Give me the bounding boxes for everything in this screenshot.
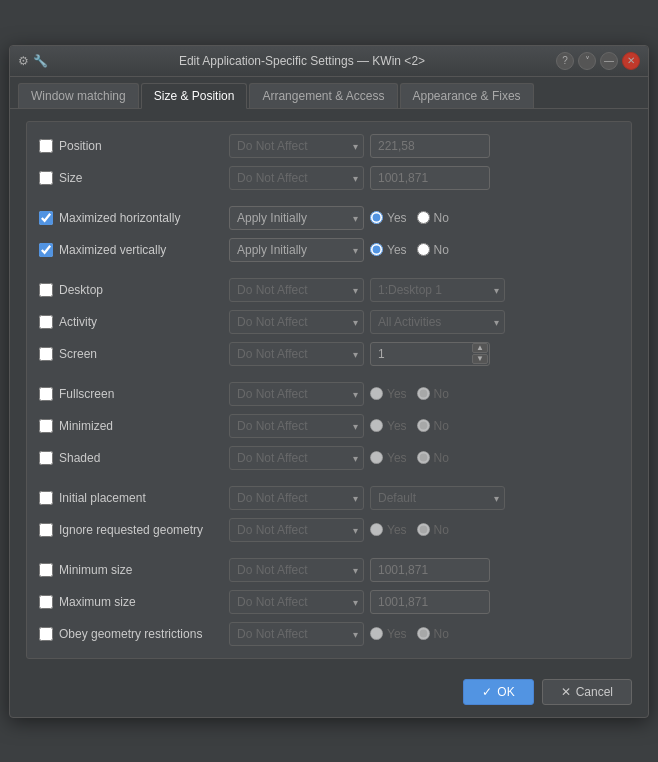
shaded-yes-radio: [370, 451, 383, 464]
maximum-size-label[interactable]: Maximum size: [39, 595, 229, 609]
maximized-h-checkbox[interactable]: [39, 211, 53, 225]
activity-select-wrapper: Do Not Affect ▾: [229, 310, 364, 334]
desktop-label[interactable]: Desktop: [39, 283, 229, 297]
screen-checkbox[interactable]: [39, 347, 53, 361]
fullscreen-no-label: No: [417, 387, 449, 401]
ignore-geometry-radio-group: Yes No: [370, 523, 449, 537]
maximized-h-label[interactable]: Maximized horizontally: [39, 211, 229, 225]
minimum-size-select[interactable]: Do Not Affect: [229, 558, 364, 582]
position-checkbox[interactable]: [39, 139, 53, 153]
help-button[interactable]: ?: [556, 52, 574, 70]
row-minimized: Minimized Do Not Affect ▾ Yes No: [39, 410, 619, 442]
chevron-down-button[interactable]: ˅: [578, 52, 596, 70]
initial-placement-select[interactable]: Do Not Affect: [229, 486, 364, 510]
ignore-geometry-select[interactable]: Do Not Affect: [229, 518, 364, 542]
maximized-v-radio-group: Yes No: [370, 243, 449, 257]
maximized-v-no-label[interactable]: No: [417, 243, 449, 257]
maximum-size-checkbox[interactable]: [39, 595, 53, 609]
titlebar-controls: ? ˅ — ✕: [556, 52, 640, 70]
tab-appearance-fixes[interactable]: Appearance & Fixes: [400, 83, 534, 108]
screen-spinbox: ▲ ▼: [370, 342, 490, 366]
size-value: [370, 166, 490, 190]
activity-label[interactable]: Activity: [39, 315, 229, 329]
settings-panel: Position Do Not Affect ▾ Size: [26, 121, 632, 659]
size-select[interactable]: Do Not Affect: [229, 166, 364, 190]
maximum-size-select[interactable]: Do Not Affect: [229, 590, 364, 614]
initial-placement-label[interactable]: Initial placement: [39, 491, 229, 505]
obey-geometry-label[interactable]: Obey geometry restrictions: [39, 627, 229, 641]
obey-geometry-select[interactable]: Do Not Affect: [229, 622, 364, 646]
fullscreen-yes-label: Yes: [370, 387, 407, 401]
minimized-select-wrapper: Do Not Affect ▾: [229, 414, 364, 438]
cancel-label: Cancel: [576, 685, 613, 699]
row-shaded: Shaded Do Not Affect ▾ Yes No: [39, 442, 619, 474]
minimum-size-select-wrapper: Do Not Affect ▾: [229, 558, 364, 582]
ignore-geometry-select-wrapper: Do Not Affect ▾: [229, 518, 364, 542]
initial-placement-value-select[interactable]: Default: [370, 486, 505, 510]
maximized-h-yes-radio[interactable]: [370, 211, 383, 224]
tab-content: Position Do Not Affect ▾ Size: [10, 109, 648, 671]
maximized-h-select[interactable]: Apply Initially Do Not Affect Apply Alwa…: [229, 206, 364, 230]
tab-size-position[interactable]: Size & Position: [141, 83, 248, 109]
maximized-v-select-wrapper: Apply Initially Do Not Affect Apply Alwa…: [229, 238, 364, 262]
shaded-select[interactable]: Do Not Affect: [229, 446, 364, 470]
screen-select-wrapper: Do Not Affect ▾: [229, 342, 364, 366]
check-icon: ✓: [482, 685, 492, 699]
fullscreen-checkbox[interactable]: [39, 387, 53, 401]
shaded-checkbox[interactable]: [39, 451, 53, 465]
minimized-no-label: No: [417, 419, 449, 433]
minimized-label[interactable]: Minimized: [39, 419, 229, 433]
app-icon: ⚙: [18, 54, 29, 68]
obey-geometry-checkbox[interactable]: [39, 627, 53, 641]
tab-window-matching[interactable]: Window matching: [18, 83, 139, 108]
minimized-select[interactable]: Do Not Affect: [229, 414, 364, 438]
shaded-label[interactable]: Shaded: [39, 451, 229, 465]
maximized-v-yes-radio[interactable]: [370, 243, 383, 256]
minimum-size-label[interactable]: Minimum size: [39, 563, 229, 577]
minimum-size-checkbox[interactable]: [39, 563, 53, 577]
ok-label: OK: [497, 685, 514, 699]
desktop-checkbox[interactable]: [39, 283, 53, 297]
minimize-button[interactable]: —: [600, 52, 618, 70]
row-maximum-size: Maximum size Do Not Affect ▾: [39, 586, 619, 618]
maximized-h-no-label[interactable]: No: [417, 211, 449, 225]
maximized-v-select[interactable]: Apply Initially Do Not Affect Apply Alwa…: [229, 238, 364, 262]
maximized-v-yes-label[interactable]: Yes: [370, 243, 407, 257]
activity-value-wrapper: All Activities ▾: [370, 310, 505, 334]
position-label[interactable]: Position: [39, 139, 229, 153]
screen-label[interactable]: Screen: [39, 347, 229, 361]
cancel-icon: ✕: [561, 685, 571, 699]
activity-checkbox[interactable]: [39, 315, 53, 329]
cancel-button[interactable]: ✕ Cancel: [542, 679, 632, 705]
footer: ✓ OK ✕ Cancel: [10, 671, 648, 717]
size-label[interactable]: Size: [39, 171, 229, 185]
fullscreen-label[interactable]: Fullscreen: [39, 387, 229, 401]
minimized-checkbox[interactable]: [39, 419, 53, 433]
fullscreen-select[interactable]: Do Not Affect: [229, 382, 364, 406]
desktop-select[interactable]: Do Not Affect: [229, 278, 364, 302]
obey-geometry-no-radio: [417, 627, 430, 640]
spin-up-button[interactable]: ▲: [472, 343, 488, 353]
maximized-v-checkbox[interactable]: [39, 243, 53, 257]
spin-down-button[interactable]: ▼: [472, 354, 488, 364]
maximized-v-label[interactable]: Maximized vertically: [39, 243, 229, 257]
obey-geometry-radio-group: Yes No: [370, 627, 449, 641]
size-checkbox[interactable]: [39, 171, 53, 185]
activity-select[interactable]: Do Not Affect: [229, 310, 364, 334]
ignore-geometry-label[interactable]: Ignore requested geometry: [39, 523, 229, 537]
maximized-v-no-radio[interactable]: [417, 243, 430, 256]
initial-placement-checkbox[interactable]: [39, 491, 53, 505]
ok-button[interactable]: ✓ OK: [463, 679, 533, 705]
shaded-radio-group: Yes No: [370, 451, 449, 465]
row-maximized-v: Maximized vertically Apply Initially Do …: [39, 234, 619, 266]
activity-value-select[interactable]: All Activities: [370, 310, 505, 334]
maximized-h-no-radio[interactable]: [417, 211, 430, 224]
position-select[interactable]: Do Not Affect: [229, 134, 364, 158]
screen-select[interactable]: Do Not Affect: [229, 342, 364, 366]
ignore-geometry-checkbox[interactable]: [39, 523, 53, 537]
row-position: Position Do Not Affect ▾: [39, 130, 619, 162]
desktop-value-select[interactable]: 1:Desktop 1: [370, 278, 505, 302]
tab-arrangement-access[interactable]: Arrangement & Access: [249, 83, 397, 108]
maximized-h-yes-label[interactable]: Yes: [370, 211, 407, 225]
close-button[interactable]: ✕: [622, 52, 640, 70]
